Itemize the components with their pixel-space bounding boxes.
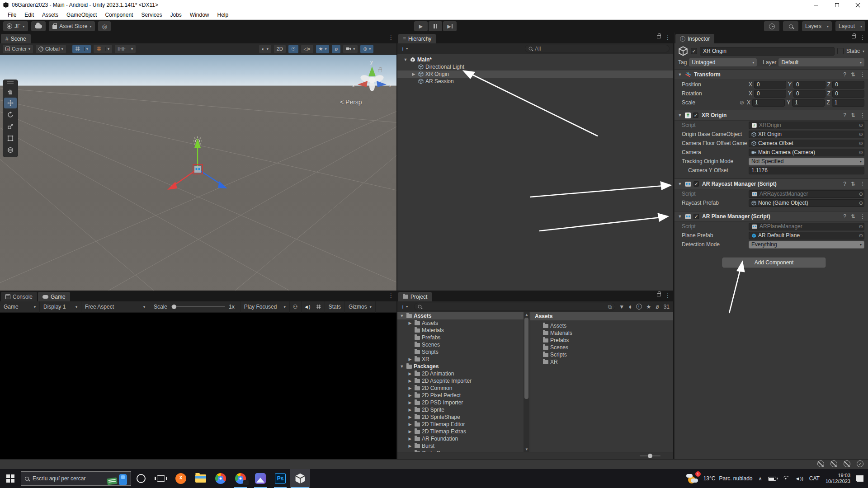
camera-y-offset-field[interactable]: 1.1176: [749, 167, 864, 174]
component-enabled-checkbox[interactable]: ✓: [693, 113, 698, 118]
detection-mode-dropdown[interactable]: Everything ▾: [749, 241, 864, 249]
camera-settings-dropdown[interactable]: ▾: [343, 45, 358, 53]
foldout-open-icon[interactable]: ▼: [399, 364, 405, 369]
alert-icon[interactable]: !: [636, 304, 642, 310]
undo-history-button[interactable]: [764, 21, 779, 31]
help-icon[interactable]: ?: [843, 213, 846, 220]
action-center-icon[interactable]: [856, 475, 863, 482]
display-dropdown[interactable]: Display 1▾: [40, 301, 81, 313]
vsync-button[interactable]: [313, 301, 325, 313]
tray-weather[interactable]: 1 13°C Parc. nublado: [686, 473, 753, 484]
menu-item[interactable]: GameObject: [62, 11, 101, 19]
component-enabled-checkbox[interactable]: ✓: [693, 181, 699, 187]
aspect-dropdown[interactable]: Free Aspect▾: [81, 301, 149, 313]
ar-plane-manager-header[interactable]: ▼ ✓ AR Plane Manager (Script) ?⇅⋮: [675, 211, 868, 222]
chevron-down-icon[interactable]: ▾: [863, 49, 864, 53]
hierarchy-search-field[interactable]: All: [525, 45, 670, 52]
foldout-closed-icon[interactable]: ▶: [407, 436, 413, 441]
start-button[interactable]: [0, 469, 21, 488]
project-tree-row[interactable]: ▶ Burst: [397, 442, 524, 450]
measure-tool-dropdown[interactable]: ⊪⊪ ▾: [115, 45, 136, 53]
close-button[interactable]: [847, 0, 868, 10]
component-menu-icon[interactable]: ⋮: [860, 71, 865, 78]
ok-status-icon[interactable]: ✓: [857, 460, 863, 467]
object-picker-icon[interactable]: ⊙: [859, 191, 863, 197]
project-content-row[interactable]: Prefabs: [530, 337, 673, 344]
object-picker-icon[interactable]: ⊙: [859, 150, 863, 155]
scale-slider-knob[interactable]: [172, 305, 176, 309]
taskbar-unity[interactable]: [290, 469, 310, 488]
static-checkbox[interactable]: [837, 48, 844, 54]
lock-icon[interactable]: [657, 293, 661, 296]
presets-icon[interactable]: ⇅: [851, 112, 855, 118]
object-picker-icon[interactable]: ⊙: [859, 141, 863, 146]
plane-prefab-field[interactable]: AR Default Plane ⊙: [749, 232, 864, 239]
panel-menu-icon[interactable]: ⋮: [388, 292, 394, 299]
lighting-toggle[interactable]: ☉: [288, 45, 298, 53]
tag-dropdown[interactable]: Untagged▾: [689, 58, 757, 66]
object-picker-icon[interactable]: ⊙: [859, 122, 863, 128]
presets-icon[interactable]: ⇅: [851, 213, 855, 220]
taskbar-file-explorer[interactable]: [191, 469, 211, 488]
taskbar-photos[interactable]: [250, 469, 270, 488]
floor-offset-field[interactable]: Camera Offset ⊙: [749, 140, 864, 147]
foldout-open-icon[interactable]: ▼: [677, 113, 683, 117]
2d-toggle[interactable]: 2D: [274, 45, 286, 53]
foldout-closed-icon[interactable]: ▶: [407, 400, 413, 405]
component-enabled-checkbox[interactable]: ✓: [693, 214, 699, 219]
active-checkbox[interactable]: ✓: [691, 48, 697, 54]
foldout-open-icon[interactable]: ▼: [677, 214, 683, 219]
effects-dropdown[interactable]: ★▾: [316, 45, 330, 53]
scale-link-icon[interactable]: ⊘: [740, 99, 744, 106]
project-tree-row[interactable]: ▶ 2D Tilemap Extras: [397, 428, 524, 435]
type-filter-icon[interactable]: ▼: [619, 304, 624, 310]
scale-slider[interactable]: [171, 306, 225, 307]
project-tree-row[interactable]: ▶ 2D PSD Importer: [397, 399, 524, 406]
component-menu-icon[interactable]: ⋮: [860, 213, 865, 220]
foldout-open-icon[interactable]: ▼: [677, 182, 683, 186]
step-button[interactable]: ▶: [443, 21, 457, 31]
script-field[interactable]: ARRaycastManager ⊙: [749, 190, 864, 198]
game-viewport[interactable]: [0, 313, 396, 459]
stats-toggle[interactable]: Stats: [325, 301, 345, 313]
foldout-closed-icon[interactable]: ▶: [407, 357, 413, 361]
presets-icon[interactable]: ⇅: [851, 71, 855, 78]
orientation-gizmo[interactable]: y x z: [350, 58, 396, 103]
project-tree-row[interactable]: ▶ 2D Sprite: [397, 406, 524, 413]
object-picker-icon[interactable]: ⊙: [859, 224, 863, 230]
object-picker-icon[interactable]: ⊙: [859, 233, 863, 239]
pause-button[interactable]: [429, 21, 442, 31]
keyboard-layout[interactable]: CAT: [809, 475, 820, 482]
project-search-field[interactable]: ⧉: [414, 303, 615, 310]
foldout-open-icon[interactable]: ▼: [403, 57, 408, 62]
slider-knob[interactable]: [648, 454, 652, 458]
battery-icon[interactable]: [768, 477, 776, 481]
project-tree-row[interactable]: ▶ 2D SpriteShape: [397, 413, 524, 421]
hierarchy-row-scene[interactable]: ▼ Main*: [397, 56, 673, 63]
rotation-y-field[interactable]: 0: [793, 90, 826, 98]
project-tree-row[interactable]: Prefabs: [397, 334, 524, 341]
scale-tool[interactable]: [4, 121, 17, 132]
foldout-closed-icon[interactable]: ▶: [407, 386, 413, 390]
taskbar-chrome-profile[interactable]: [231, 469, 250, 488]
taskbar-task-view[interactable]: [151, 469, 171, 488]
visibility-toggle[interactable]: ø: [332, 45, 340, 53]
component-menu-icon[interactable]: ⋮: [860, 112, 865, 118]
add-component-button[interactable]: Add Component: [722, 258, 826, 267]
view-hand-tool[interactable]: [4, 86, 17, 97]
project-tree-row[interactable]: ▶ 2D Pixel Perfect: [397, 392, 524, 399]
project-content-row[interactable]: Assets: [530, 322, 673, 329]
cache-disabled-icon[interactable]: [830, 460, 837, 467]
scale-y-field[interactable]: 1: [792, 99, 825, 107]
foldout-closed-icon[interactable]: ▶: [407, 371, 413, 376]
foldout-closed-icon[interactable]: ▶: [407, 415, 413, 419]
label-filter-icon[interactable]: ⬧: [629, 304, 631, 310]
asset-store-button[interactable]: Asset Store ▾: [49, 21, 95, 31]
increment-snap-toggle[interactable]: ▾: [94, 45, 112, 53]
hierarchy-row[interactable]: Directional Light: [397, 63, 673, 70]
game-target-dropdown[interactable]: Game▾: [0, 301, 40, 313]
play-button[interactable]: ▶: [414, 21, 428, 31]
project-tree-row[interactable]: ▶ 2D Tilemap Editor: [397, 421, 524, 428]
save-search-icon[interactable]: ⧉: [608, 304, 612, 310]
debugger-disabled-icon[interactable]: [817, 460, 824, 467]
